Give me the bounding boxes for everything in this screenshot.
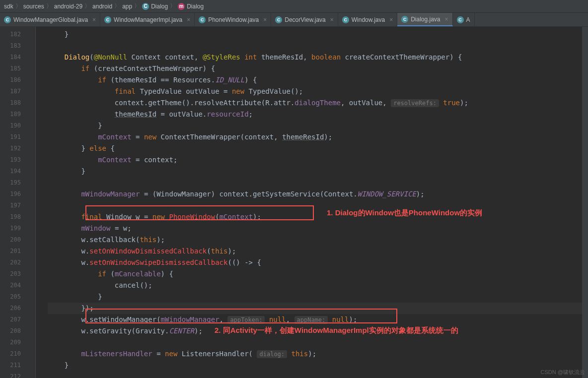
code-line[interactable]: w.setOnWindowDismissedCallback(this); xyxy=(48,246,588,257)
watermark: CSDN @啸钦流云 xyxy=(541,369,585,376)
line-number: 188 xyxy=(0,97,30,109)
chevron-right-icon: 〉 xyxy=(84,2,90,10)
line-number: 199 xyxy=(0,223,30,234)
code-line[interactable]: } xyxy=(48,360,588,371)
java-class-icon: C xyxy=(4,16,11,23)
chevron-right-icon: 〉 xyxy=(170,2,176,10)
code-line[interactable]: mWindow = w; xyxy=(48,223,588,234)
line-number: 202 xyxy=(0,257,30,268)
breadcrumb-item[interactable]: sdk xyxy=(4,3,13,10)
line-number: 193 xyxy=(0,154,30,166)
breadcrumb-item[interactable]: CDialog xyxy=(142,3,168,10)
line-number: 207 xyxy=(0,314,30,325)
tab-phonewindow-java[interactable]: CPhoneWindow.java× xyxy=(195,13,271,26)
line-number: 200 xyxy=(0,234,30,246)
code-line[interactable]: final Window w = new PhoneWindow(mContex… xyxy=(48,211,588,223)
java-class-icon: C xyxy=(199,16,206,23)
chevron-right-icon: 〉 xyxy=(114,2,120,10)
code-line[interactable]: final TypedValue outValue = new TypedVal… xyxy=(48,86,588,97)
code-line[interactable]: mListenersHandler = new ListenersHandler… xyxy=(48,348,588,360)
java-class-icon: C xyxy=(275,16,282,23)
code-line[interactable]: mContext = context; xyxy=(48,154,588,166)
editor-tabs: CWindowManagerGlobal.java×CWindowManager… xyxy=(0,13,588,27)
tab-windowmanagerimpl-java[interactable]: CWindowManagerImpl.java× xyxy=(100,13,195,26)
tab-label: A xyxy=(466,16,470,23)
line-number: 192 xyxy=(0,143,30,154)
vertical-scrollbar[interactable] xyxy=(582,27,588,378)
close-icon[interactable]: × xyxy=(263,16,267,23)
close-icon[interactable]: × xyxy=(389,16,393,23)
line-number: 211 xyxy=(0,360,30,371)
breadcrumb-label: app xyxy=(122,3,132,10)
code-line[interactable] xyxy=(48,177,588,189)
fold-gutter xyxy=(30,27,36,378)
breadcrumb-label: android xyxy=(92,3,112,10)
line-number-gutter: 1821831841851861871881891901911921931941… xyxy=(0,27,30,378)
line-number: 203 xyxy=(0,268,30,280)
code-line[interactable]: context.getTheme().resolveAttribute(R.at… xyxy=(48,97,588,109)
line-number: 204 xyxy=(0,280,30,291)
code-line[interactable]: if (createContextThemeWrapper) { xyxy=(48,63,588,74)
close-icon[interactable]: × xyxy=(92,16,96,23)
code-line[interactable]: } xyxy=(48,120,588,131)
tab-label: Window.java xyxy=(352,16,385,23)
line-number: 210 xyxy=(0,348,30,360)
method-icon: m xyxy=(178,3,185,10)
breadcrumb-item[interactable]: android-29 xyxy=(54,3,82,10)
close-icon[interactable]: × xyxy=(330,16,334,23)
tab-window-java[interactable]: CWindow.java× xyxy=(338,13,397,26)
chevron-right-icon: 〉 xyxy=(134,2,140,10)
code-line[interactable]: }); xyxy=(48,303,588,314)
code-line[interactable] xyxy=(48,337,588,348)
breadcrumb-item[interactable]: android xyxy=(92,3,112,10)
line-number: 196 xyxy=(0,189,30,200)
code-line[interactable] xyxy=(48,371,588,378)
code-editor: 1821831841851861871881891901911921931941… xyxy=(0,27,588,378)
line-number: 182 xyxy=(0,29,30,40)
line-number: 209 xyxy=(0,337,30,348)
code-line[interactable]: w.setWindowManager(mWindowManager, appTo… xyxy=(48,314,588,325)
code-line[interactable] xyxy=(48,200,588,211)
line-number: 212 xyxy=(0,371,30,378)
code-line[interactable]: } xyxy=(48,166,588,177)
code-line[interactable]: } else { xyxy=(48,143,588,154)
line-number: 184 xyxy=(0,52,30,63)
java-class-icon: C xyxy=(104,16,111,23)
line-number: 189 xyxy=(0,109,30,120)
tab-label: PhoneWindow.java xyxy=(208,16,259,23)
close-icon[interactable]: × xyxy=(187,16,190,23)
tab-dialog-java[interactable]: CDialog.java× xyxy=(397,13,452,26)
code-line[interactable]: w.setOnWindowSwipeDismissedCallback(() -… xyxy=(48,257,588,268)
tab-a[interactable]: CA xyxy=(453,13,475,26)
code-line[interactable]: } xyxy=(48,29,588,40)
chevron-right-icon: 〉 xyxy=(15,2,21,10)
code-line[interactable]: mContext = new ContextThemeWrapper(conte… xyxy=(48,131,588,143)
code-line[interactable] xyxy=(48,40,588,52)
line-number: 194 xyxy=(0,166,30,177)
breadcrumb-label: Dialog xyxy=(151,3,168,10)
breadcrumb-item[interactable]: sources xyxy=(23,3,44,10)
breadcrumb-label: sources xyxy=(23,3,44,10)
code-line[interactable]: } xyxy=(48,291,588,303)
code-line[interactable]: if (mCancelable) { xyxy=(48,268,588,280)
line-number: 185 xyxy=(0,63,30,74)
code-line[interactable]: w.setCallback(this); xyxy=(48,234,588,246)
close-icon[interactable]: × xyxy=(445,16,448,23)
code-area[interactable]: } Dialog(@NonNull Context context, @Styl… xyxy=(36,27,588,378)
tab-decorview-java[interactable]: CDecorView.java× xyxy=(271,13,338,26)
annotation-text-1: 1. Dialog的Window也是PhoneWindow的实例 xyxy=(327,208,482,218)
breadcrumb-item[interactable]: app xyxy=(122,3,132,10)
code-line[interactable]: themeResId = outValue.resourceId; xyxy=(48,109,588,120)
code-line[interactable]: mWindowManager = (WindowManager) context… xyxy=(48,189,588,200)
tab-windowmanagerglobal-java[interactable]: CWindowManagerGlobal.java× xyxy=(0,13,100,26)
breadcrumb-item[interactable]: mDialog xyxy=(178,3,204,10)
breadcrumb-label: Dialog xyxy=(187,3,204,10)
line-number: 201 xyxy=(0,246,30,257)
code-line[interactable]: cancel(); xyxy=(48,280,588,291)
line-number: 198 xyxy=(0,211,30,223)
line-number: 191 xyxy=(0,131,30,143)
code-line[interactable]: Dialog(@NonNull Context context, @StyleR… xyxy=(48,52,588,63)
java-class-icon: C xyxy=(401,16,408,23)
tab-label: Dialog.java xyxy=(411,16,440,23)
code-line[interactable]: if (themeResId == Resources.ID_NULL) { xyxy=(48,74,588,86)
